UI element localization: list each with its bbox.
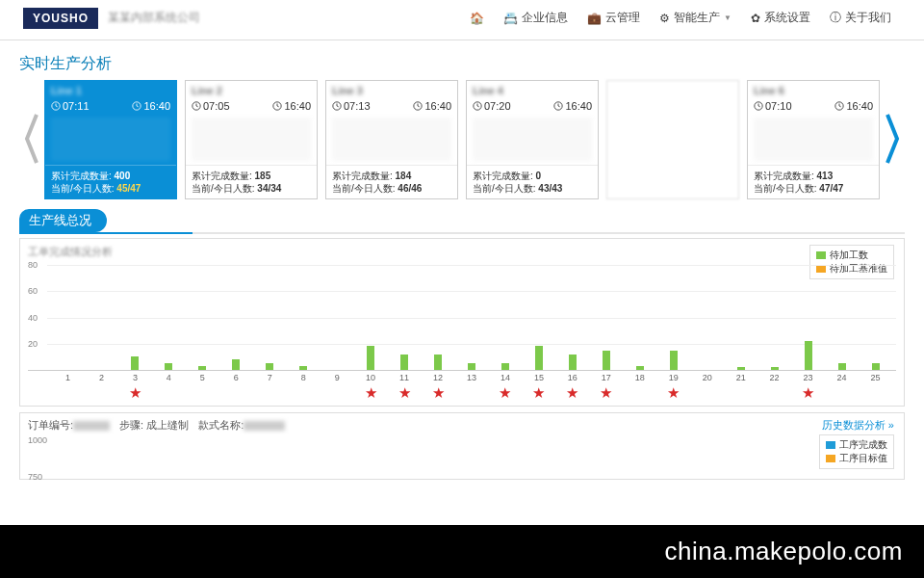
bar-10: [367, 346, 374, 370]
nav-icon: ✿: [751, 12, 760, 25]
bar-11: [400, 355, 408, 370]
card-times: 07:0516:40: [186, 98, 317, 114]
bar-5: [198, 366, 206, 370]
nav-icon: ⓘ: [830, 10, 841, 26]
chevron-down-icon: ▼: [724, 13, 732, 22]
nav-item-5[interactable]: ⓘ关于我们: [820, 6, 901, 30]
bar-3: [131, 356, 139, 370]
alert-star-icon: ★: [365, 384, 377, 402]
production-cards: Line 107:1116:40累计完成数量: 400当前/今日人数: 45/4…: [44, 80, 880, 199]
nav-icon: ⚙: [659, 12, 670, 25]
logo: YOUSHO: [23, 8, 98, 29]
footer-overlay: china.makepolo.com: [0, 525, 924, 578]
bar-6: [232, 359, 240, 370]
bar-22: [771, 367, 779, 370]
card-footer: 累计完成数量: 185当前/今日人数: 34/34: [186, 165, 317, 198]
card-title: Line 3: [326, 81, 457, 98]
bar-13: [468, 363, 475, 370]
production-card-5[interactable]: Line 607:1016:40累计完成数量: 413当前/今日人数: 47/4…: [747, 80, 880, 199]
chart2-plot-area: 7501000: [28, 436, 896, 477]
card-body: [473, 118, 592, 161]
card-title: Line 2: [186, 81, 317, 98]
bar-18: [636, 366, 644, 370]
nav-item-2[interactable]: 💼云管理: [578, 6, 650, 30]
nav-label: 关于我们: [845, 10, 891, 26]
alert-star-icon: ★: [499, 384, 511, 402]
company-name: 某某内部系统公司: [108, 10, 200, 26]
cards-prev-arrow[interactable]: [19, 110, 44, 171]
bar-16: [569, 355, 577, 370]
nav-icon: 💼: [587, 12, 602, 25]
watermark: china.makepolo.com: [665, 537, 903, 566]
history-analysis-link[interactable]: 历史数据分析 »: [822, 418, 894, 433]
bar-14: [501, 363, 509, 370]
production-card-1[interactable]: Line 207:0516:40累计完成数量: 185当前/今日人数: 34/3…: [185, 80, 318, 199]
production-card-3[interactable]: Line 407:2016:40累计完成数量: 0当前/今日人数: 43/43: [466, 80, 599, 199]
nav-label: 智能生产: [674, 10, 720, 26]
alert-star-icon: ★: [129, 384, 141, 402]
alert-star-icon: ★: [802, 384, 814, 402]
tab-bar: 生产线总况: [19, 209, 905, 234]
bar-17: [603, 351, 610, 370]
bar-15: [535, 346, 543, 370]
bar-12: [434, 355, 442, 370]
tab-overview[interactable]: 生产线总况: [19, 209, 107, 232]
card-body: [51, 118, 170, 161]
alert-star-icon: ★: [667, 384, 680, 402]
nav-icon: 🏠: [470, 12, 484, 25]
bar-25: [872, 363, 880, 370]
order-detail-chart: 订单编号:xxxx 步骤: 成上缝制 款式名称:xxxxx 历史数据分析 » 工…: [19, 412, 905, 480]
card-times: 07:2016:40: [467, 98, 598, 114]
section-title: 实时生产分析: [19, 54, 905, 74]
card-body: [332, 118, 451, 161]
card-footer: 累计完成数量: 184当前/今日人数: 46/46: [326, 165, 457, 198]
cards-next-arrow[interactable]: [880, 110, 905, 171]
card-times: 07:1016:40: [748, 98, 879, 114]
production-card-2[interactable]: Line 307:1316:40累计完成数量: 184当前/今日人数: 46/4…: [325, 80, 458, 199]
bar-23: [805, 341, 812, 370]
alert-star-icon: ★: [566, 384, 578, 402]
nav-item-3[interactable]: ⚙智能生产▼: [650, 6, 741, 30]
bar-8: [299, 366, 307, 370]
card-footer: 累计完成数量: 413当前/今日人数: 47/47: [748, 165, 879, 198]
chart1-plot-area: 20406080: [28, 265, 896, 371]
card-footer: 累计完成数量: 400当前/今日人数: 45/47: [45, 165, 176, 198]
nav-label: 云管理: [605, 10, 640, 26]
card-body: [192, 118, 311, 161]
card-title: Line 1: [45, 81, 176, 98]
card-title: Line 4: [467, 81, 598, 98]
chart-pending-work: 工单完成情况分析 待加工数 待加工基准值 20406080 1234567891…: [19, 238, 905, 407]
card-title: Line 6: [748, 81, 879, 98]
chart1-alert-markers: ★★★★★★★★★★: [51, 384, 892, 402]
chart1-subtitle: 工单完成情况分析: [28, 245, 113, 259]
nav-label: 企业信息: [522, 10, 568, 26]
alert-star-icon: ★: [532, 384, 545, 402]
bar-24: [838, 363, 846, 370]
bar-4: [165, 363, 172, 370]
card-body: [754, 118, 873, 161]
nav-item-1[interactable]: 📇企业信息: [494, 6, 578, 30]
nav-label: 系统设置: [764, 10, 810, 26]
production-card-gap: [606, 80, 739, 199]
chart1-x-axis: 1234567891011121314151617181920212223242…: [51, 371, 892, 384]
bar-7: [266, 363, 273, 370]
nav-item-0[interactable]: 🏠: [460, 6, 494, 30]
alert-star-icon: ★: [600, 384, 612, 402]
card-times: 07:1316:40: [326, 98, 457, 114]
nav-item-4[interactable]: ✿系统设置: [741, 6, 820, 30]
topbar: YOUSHO 某某内部系统公司 🏠📇企业信息💼云管理⚙智能生产▼✿系统设置ⓘ关于…: [0, 0, 924, 40]
alert-star-icon: ★: [432, 384, 445, 402]
bar-21: [737, 367, 745, 370]
card-times: 07:1116:40: [45, 98, 176, 114]
production-card-0[interactable]: Line 107:1116:40累计完成数量: 400当前/今日人数: 45/4…: [44, 80, 177, 199]
card-footer: 累计完成数量: 0当前/今日人数: 43/43: [467, 165, 598, 198]
top-nav: 🏠📇企业信息💼云管理⚙智能生产▼✿系统设置ⓘ关于我们: [460, 6, 901, 30]
bar-19: [670, 351, 678, 370]
alert-star-icon: ★: [398, 384, 411, 402]
nav-icon: 📇: [503, 12, 518, 25]
